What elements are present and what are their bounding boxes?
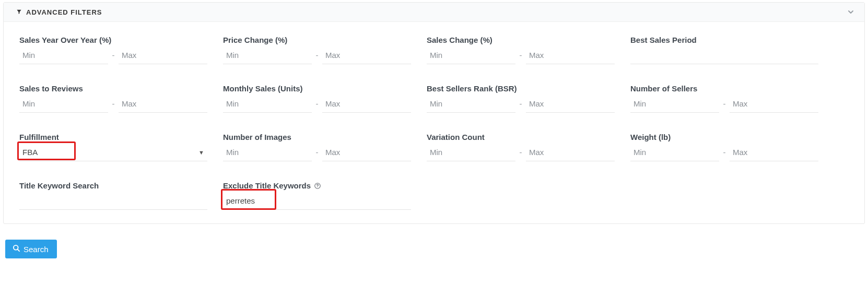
advanced-filters-panel: ADVANCED FILTERS Sales Year Over Year (%… [3,2,865,224]
num-sellers-label: Number of Sellers [630,84,818,93]
sales-change-label: Sales Change (%) [427,35,615,44]
title-keyword-label: Title Keyword Search [19,181,207,190]
best-sales-period-label: Best Sales Period [630,35,818,44]
monthly-sales-min-input[interactable] [223,95,312,113]
search-icon [13,244,20,254]
sales-yoy-label: Sales Year Over Year (%) [19,35,207,44]
best-sales-period-input[interactable] [630,46,818,64]
search-button-label: Search [24,245,49,254]
exclude-title-label: Exclude Title Keywords [223,181,311,190]
range-sep: - [108,99,119,109]
svg-point-1 [317,187,318,187]
range-sep: - [515,99,526,109]
sales-change-min-input[interactable] [427,46,515,64]
fulfillment-label: Fulfillment [19,133,207,141]
panel-header: ADVANCED FILTERS [4,3,864,22]
range-sep: - [719,99,730,109]
range-sep: - [312,99,322,109]
sales-change-max-input[interactable] [526,46,615,64]
exclude-title-input[interactable] [223,192,411,210]
range-sep: - [312,148,322,158]
variation-count-label: Variation Count [427,133,615,141]
sales-to-reviews-max-input[interactable] [119,95,207,113]
sales-yoy-max-input[interactable] [119,46,207,64]
bsr-max-input[interactable] [526,95,615,113]
price-change-label: Price Change (%) [223,35,411,44]
weight-max-input[interactable] [730,144,818,161]
title-keyword-input[interactable] [19,192,207,210]
range-sep: - [108,51,119,61]
help-icon[interactable] [314,182,321,190]
num-sellers-min-input[interactable] [630,95,719,113]
price-change-min-input[interactable] [223,46,312,64]
chevron-down-icon[interactable] [847,8,855,16]
range-sep: - [312,51,322,61]
num-images-label: Number of Images [223,133,411,141]
weight-label: Weight (lb) [630,133,818,141]
bsr-min-input[interactable] [427,95,515,113]
monthly-sales-label: Monthly Sales (Units) [223,84,411,93]
num-images-max-input[interactable] [322,144,411,161]
num-images-min-input[interactable] [223,144,312,161]
range-sep: - [515,51,526,61]
sales-yoy-min-input[interactable] [19,46,108,64]
panel-title-text: ADVANCED FILTERS [26,8,102,16]
fulfillment-select[interactable] [19,144,207,161]
search-button[interactable]: Search [5,240,57,258]
sales-to-reviews-min-input[interactable] [19,95,108,113]
variation-count-min-input[interactable] [427,144,515,161]
weight-min-input[interactable] [630,144,719,161]
variation-count-max-input[interactable] [526,144,615,161]
sales-to-reviews-label: Sales to Reviews [19,84,207,93]
svg-line-3 [17,249,19,251]
range-sep: - [515,148,526,158]
range-sep: - [719,148,730,158]
num-sellers-max-input[interactable] [730,95,818,113]
bsr-label: Best Sellers Rank (BSR) [427,84,615,93]
price-change-max-input[interactable] [322,46,411,64]
monthly-sales-max-input[interactable] [322,95,411,113]
filter-icon [16,8,22,16]
